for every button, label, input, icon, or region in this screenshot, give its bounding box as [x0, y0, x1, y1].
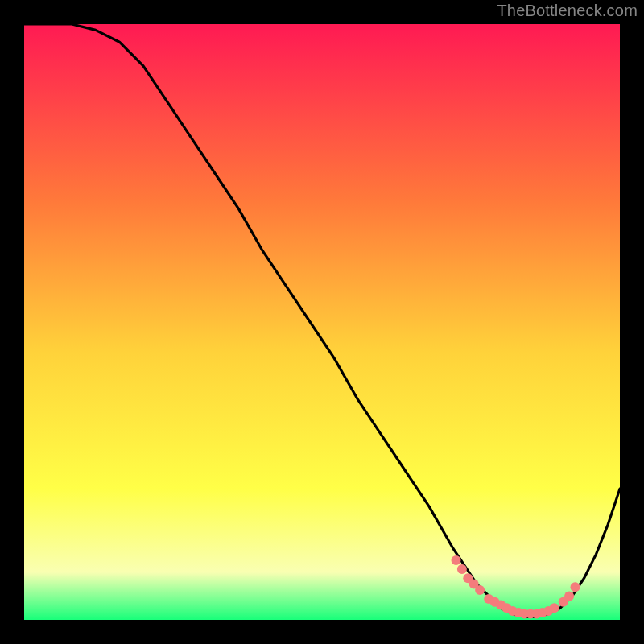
gradient-background [24, 24, 620, 620]
marker-dot [550, 603, 559, 613]
marker-dot [475, 585, 485, 595]
plot-svg [24, 24, 620, 620]
marker-dot [457, 564, 467, 574]
marker-dot [452, 555, 461, 565]
marker-dot [571, 582, 580, 592]
plot-area [24, 24, 620, 620]
attribution-label: TheBottleneck.com [497, 2, 638, 20]
marker-dot [564, 591, 574, 601]
chart-container: TheBottleneck.com [0, 0, 644, 644]
